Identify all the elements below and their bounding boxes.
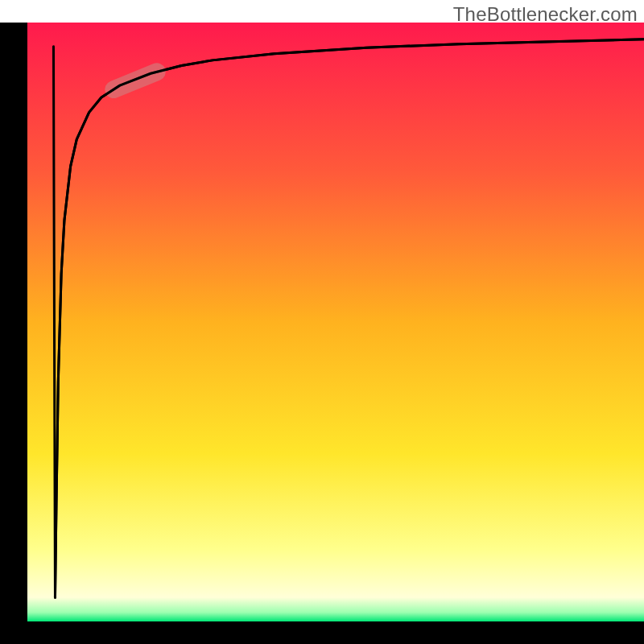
plot-gradient — [27, 23, 644, 621]
chart-svg — [0, 0, 644, 644]
watermark-text: TheBottlenecker.com — [453, 3, 638, 26]
chart-stage: TheBottlenecker.com — [0, 0, 644, 644]
curve-spike — [53, 47, 55, 597]
axis-left-bar — [0, 23, 27, 621]
axis-bottom-bar — [0, 621, 644, 644]
